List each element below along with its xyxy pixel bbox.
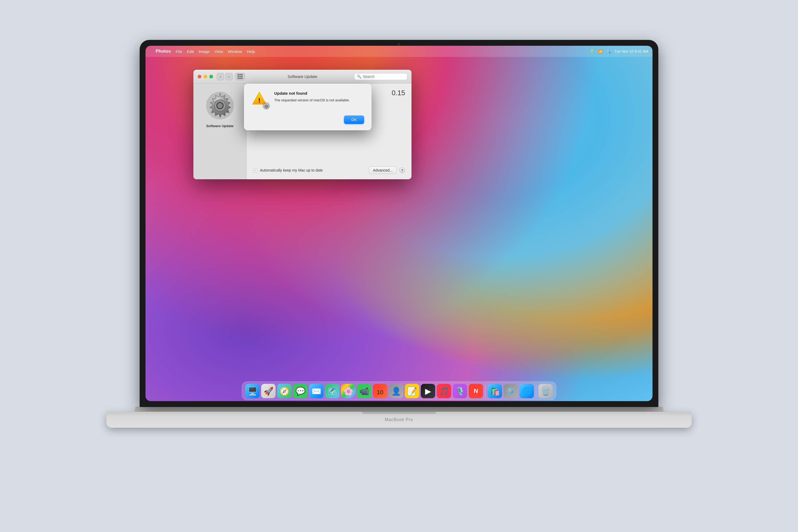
advanced-button[interactable]: Advanced... [369,167,397,174]
menu-file[interactable]: File [176,49,182,54]
menu-edit[interactable]: Edit [187,49,194,54]
screen-inner: Photos File Edit Image View Window Help … [146,46,652,401]
window-nav-buttons: ‹ › [217,73,245,80]
search-icon[interactable]: 🔍 [606,49,611,54]
dock-icon-launchpad[interactable]: 🚀 [261,384,276,398]
svg-point-8 [265,105,267,107]
dock-icon-trash[interactable]: 🗑️ [538,384,553,398]
menu-bar: Photos File Edit Image View Window Help … [146,46,652,57]
dock-icon-photos[interactable]: 🌸 [341,384,355,398]
dock-icon-appstore[interactable]: 🛍️ [488,384,502,398]
menu-view[interactable]: View [214,49,223,54]
alert-icon: ! [251,91,269,109]
grid-view-button[interactable] [235,73,245,80]
auto-update-label: Automatically keep my Mac up to date [260,168,366,172]
dock-icon-calendar[interactable]: NOV 10 [373,384,387,398]
window-controls [198,75,213,78]
search-bar-icon: 🔍 [357,75,361,78]
dock-icon-notes[interactable]: 📝 [405,384,419,398]
search-input[interactable] [363,75,404,79]
back-button[interactable]: ‹ [217,73,224,80]
help-button[interactable]: ? [399,167,405,173]
menu-window[interactable]: Window [228,49,242,54]
dock-icon-mail[interactable]: ✉️ [309,384,323,398]
alert-content: ! [251,91,364,109]
grid-icon [238,74,243,79]
forward-button[interactable]: › [225,73,233,80]
dock-icon-messages[interactable]: 💬 [293,384,307,398]
auto-update-checkbox[interactable]: ✓ [253,168,257,172]
macbook-label: MacBook Pro [385,417,413,422]
dock-icon-facetime[interactable]: 📹 [357,384,371,398]
menu-bar-app-name[interactable]: Photos [156,49,171,54]
dock-icon-system-preferences[interactable]: ⚙️ [504,384,518,398]
menu-bar-items: File Edit Image View Window Help [176,49,255,54]
window-title: Software Update [288,74,317,79]
menu-image[interactable]: Image [199,49,210,54]
macbook-computer: Photos File Edit Image View Window Help … [107,40,691,492]
menu-help[interactable]: Help [247,49,255,54]
clock: Tue Nov 10 9:41 AM [614,49,648,54]
dock-icon-maps[interactable]: 🗺️ [325,384,339,398]
dock-icon-contacts[interactable]: 👤 [389,384,403,398]
svg-text:!: ! [258,97,261,104]
alert-buttons: OK [251,115,364,124]
window-sidebar: Software Update [193,83,247,179]
wifi-icon: 📶 [598,49,603,54]
dock-icon-music[interactable]: 🎵 [437,384,451,398]
maximize-button[interactable] [209,75,213,78]
auto-update-row: ✓ Automatically keep my Mac up to date A… [253,167,405,174]
macbook-base: MacBook Pro [107,412,691,428]
macbook-notch [362,412,436,414]
alert-message: The requested version of macOS is not av… [274,98,364,103]
dock-icon-finder[interactable]: 🖥️ [245,384,260,398]
alert-text-area: Update not found The requested version o… [274,91,364,109]
dock-icon-screensave[interactable]: 🌐 [519,384,534,398]
camera-dot [398,43,400,46]
screen-bezel: Photos File Edit Image View Window Help … [140,40,658,407]
software-update-icon [205,91,234,120]
battery-icon: 🔋 [590,49,594,54]
menu-bar-right: 🔋 📶 🔍 Tue Nov 10 9:41 AM [590,49,648,54]
dock-icon-news[interactable]: N [469,384,483,398]
ok-button[interactable]: OK [344,115,364,124]
dock-separator-2 [536,385,536,398]
search-bar[interactable]: 🔍 [354,73,407,80]
minimize-button[interactable] [204,75,207,78]
alert-dialog: ! [244,83,372,130]
alert-title: Update not found [274,91,364,95]
close-button[interactable] [198,75,201,78]
dock-separator [485,385,486,398]
macbook-hinge [136,407,662,412]
menu-bar-left: Photos File Edit Image View Window Help [150,49,255,54]
dock-icon-appletv[interactable]: ▶ [421,384,435,398]
window-titlebar: ‹ › Software Update 🔍 [193,70,412,83]
dock-icon-safari[interactable]: 🧭 [277,384,291,398]
dock-icon-podcasts[interactable]: 🎙️ [453,384,467,398]
gear-badge-icon [262,101,270,110]
dock: 🖥️ 🚀 🧭 💬 ✉️ 🗺️ 🌸 📹 NOV 10 👤 📝 ▶ 🎵 [242,381,556,400]
sidebar-label: Software Update [206,124,233,128]
svg-point-3 [217,103,223,108]
